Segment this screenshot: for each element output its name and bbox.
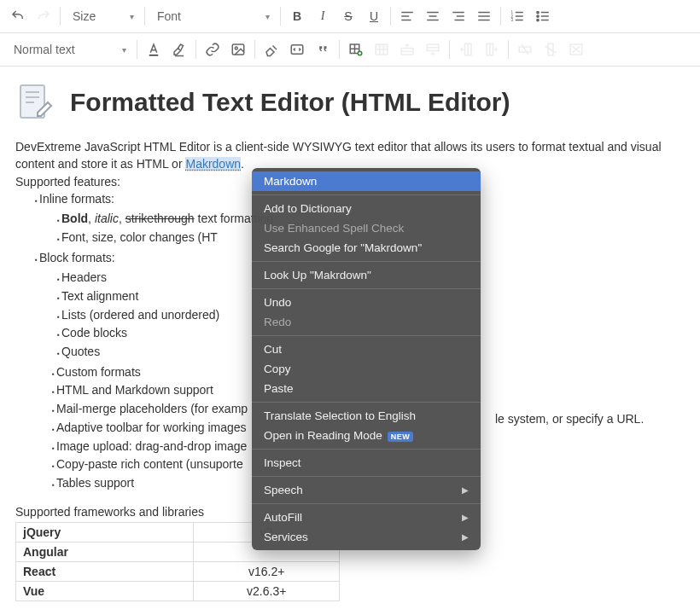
submenu-arrow-icon: ▶ [462,485,469,495]
blockquote-button[interactable] [310,37,335,62]
menu-separator [252,476,481,477]
new-badge: NEW [388,432,414,442]
toolbar-separator [508,40,509,59]
menu-item-label: Speech [264,484,303,496]
table-row: Vuev2.6.3+ [16,581,340,600]
align-justify-button[interactable] [471,3,497,29]
italic-button[interactable]: I [310,3,335,29]
menu-item[interactable]: Services▶ [252,527,481,547]
table-header-row-button[interactable] [369,37,394,62]
image-button[interactable] [225,37,251,62]
framework-name: Vue [16,581,194,600]
align-left-button[interactable] [394,3,420,29]
menu-item[interactable]: Translate Selection to English [252,406,481,426]
menu-item[interactable]: Search Google for "Makrdown" [252,238,481,258]
insert-row-above-button[interactable] [394,37,420,62]
framework-name: jQuery [16,522,194,542]
bold-button[interactable]: B [284,3,310,29]
insert-table-button[interactable] [343,37,369,62]
toolbar-separator [500,7,501,26]
menu-item[interactable]: Cut [252,339,481,359]
strike-button[interactable]: S [335,3,361,29]
menu-item[interactable]: Markdown [252,171,481,191]
delete-row-button[interactable] [512,37,538,62]
codeblock-button[interactable] [284,37,310,62]
page-title: Formatted Text Editor (HTML Editor) [70,88,510,117]
insert-row-below-button[interactable] [420,37,446,62]
menu-item[interactable]: Copy [252,359,481,379]
insert-col-right-button[interactable] [479,37,505,62]
toolbar-row-2: Normal text ▾ [0,33,700,67]
menu-item-label: Search Google for "Makrdown" [264,241,422,254]
toolbar-separator [449,40,450,59]
lead-text-a: DevExtreme JavaScript HTML Editor is a c… [15,140,662,171]
submenu-arrow-icon: ▶ [462,513,469,522]
menu-item-label: Inspect [264,456,301,469]
redo-button[interactable] [31,3,56,29]
underline-button[interactable]: U [361,3,387,29]
svg-point-22 [537,15,539,17]
menu-item-label: Use Enhanced Spell Check [264,222,404,235]
menu-separator [252,288,481,289]
menu-separator [252,335,481,336]
menu-item-label: Redo [264,316,291,328]
chevron-down-icon: ▾ [122,45,126,55]
bullet-list-button[interactable] [530,3,556,29]
menu-item[interactable]: Look Up "Makrdown" [252,265,481,285]
bold-word: Bold [61,212,88,225]
strike-word: strikethrough [125,212,195,225]
toolbar-separator [254,40,255,59]
lead-text-b: . [241,157,244,171]
menu-item[interactable]: Inspect [252,453,481,473]
toolbar-separator [280,7,281,26]
context-menu: MarkdownAdd to DictionaryUse Enhanced Sp… [252,168,481,550]
svg-point-28 [235,47,237,49]
ordered-list-button[interactable]: 123 [505,3,530,29]
font-family-select[interactable]: Font ▾ [149,3,277,29]
block-formats-label: Block formats: [39,251,115,264]
menu-separator [252,449,481,450]
menu-item[interactable]: Open in Reading ModeNEW [252,426,481,445]
toolbar-separator [137,40,137,59]
align-center-button[interactable] [420,3,446,29]
misspelled-word[interactable]: Makrdown [185,157,241,171]
menu-item-label: Paste [264,382,294,395]
font-color-button[interactable] [141,37,166,62]
highlight-button[interactable] [166,37,192,62]
toolbar-separator [195,40,196,59]
menu-item-label: Translate Selection to English [264,409,416,422]
menu-item[interactable]: Paste [252,379,481,398]
menu-item-label: Add to Dictionary [264,202,352,215]
insert-col-left-button[interactable] [453,37,479,62]
menu-item[interactable]: Add to Dictionary [252,199,481,218]
toolbar-separator [339,40,340,59]
clear-format-button[interactable] [259,37,284,62]
italic-word: italic [95,212,119,225]
menu-item: Redo [252,312,481,332]
delete-table-button[interactable] [563,37,589,62]
toolbar-row-1: Size ▾ Font ▾ B I S U 123 [0,0,700,33]
menu-item-label: AutoFill [264,511,302,524]
menu-separator [252,503,481,504]
menu-item: Use Enhanced Spell Check [252,218,481,238]
svg-point-23 [537,19,539,20]
menu-item[interactable]: Undo [252,293,481,312]
heading-label: Normal text [14,43,75,56]
link-button[interactable] [200,37,225,62]
framework-name: React [16,561,194,581]
align-right-button[interactable] [446,3,471,29]
menu-item-label: Copy [264,363,291,375]
menu-item[interactable]: Speech▶ [252,480,481,500]
undo-button[interactable] [5,3,31,29]
delete-col-button[interactable] [538,37,563,62]
heading-select[interactable]: Normal text ▾ [5,37,133,62]
menu-item-label: Services [264,531,308,543]
toolbar-separator [144,7,145,26]
menu-item[interactable]: AutoFill▶ [252,508,481,527]
font-family-label: Font [157,9,181,23]
menu-item-label: Open in Reading ModeNEW [264,429,413,442]
font-size-select[interactable]: Size ▾ [64,3,141,29]
menu-item-label: Markdown [264,175,317,188]
menu-item-label: Undo [264,296,291,309]
svg-rect-37 [376,44,388,48]
